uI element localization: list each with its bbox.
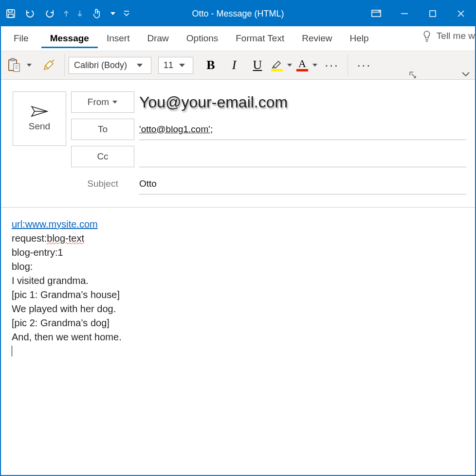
tab-help[interactable]: Help	[341, 30, 378, 47]
body-line-3: blog-entry:1	[12, 246, 464, 260]
from-label: From	[88, 97, 109, 107]
ribbon-display-options-button[interactable]	[362, 1, 390, 26]
chevron-down-icon	[112, 100, 118, 105]
paste-dropdown[interactable]	[24, 63, 34, 67]
to-field[interactable]: 'otto@blog1.com';	[139, 119, 466, 140]
cc-label: Cc	[97, 151, 108, 162]
svg-rect-1	[8, 10, 12, 12]
svg-rect-4	[430, 11, 436, 17]
message-header: Send From You@your-email.com To 'otto@bl…	[1, 80, 475, 208]
subject-label: Subject	[71, 173, 134, 194]
body-line-5: I visited grandma.	[12, 274, 464, 288]
font-color-swatch	[296, 69, 308, 71]
tab-message[interactable]: Message	[41, 30, 98, 48]
dialog-launcher-icon[interactable]	[409, 71, 417, 79]
from-button[interactable]: From	[71, 91, 134, 113]
to-suffix: ;	[210, 124, 213, 135]
separator	[348, 54, 348, 76]
lightbulb-icon	[422, 30, 432, 42]
svg-rect-6	[11, 58, 15, 61]
send-icon	[31, 106, 48, 117]
send-button[interactable]: Send	[13, 91, 66, 146]
tab-file[interactable]: File	[1, 30, 41, 47]
highlighter-icon	[272, 59, 282, 69]
font-color-letter: A	[298, 59, 306, 69]
bold-button[interactable]: B	[199, 54, 222, 76]
ribbon-tabs: File Message Insert Draw Options Format …	[1, 26, 475, 51]
tab-format-text[interactable]: Format Text	[227, 30, 293, 47]
font-color-dropdown[interactable]	[310, 63, 320, 67]
send-label: Send	[29, 121, 50, 132]
maximize-button[interactable]	[419, 1, 447, 26]
highlight-color-swatch	[271, 69, 283, 71]
format-painter-button[interactable]	[40, 55, 60, 75]
body-link[interactable]: url:www.mysite.com	[12, 219, 98, 229]
quick-access-toolbar	[1, 1, 133, 26]
ribbon-toolbar: Calibri (Body) 11 B I U A	[1, 51, 475, 80]
highlight-color-button[interactable]	[269, 54, 294, 76]
minimize-button[interactable]	[390, 1, 419, 26]
body-line-8: [pic 2: Grandma’s dog]	[12, 316, 464, 330]
tab-insert[interactable]: Insert	[98, 30, 139, 47]
tab-review[interactable]: Review	[293, 30, 341, 47]
cc-field[interactable]	[139, 146, 466, 167]
tab-draw[interactable]: Draw	[138, 30, 177, 47]
svg-rect-7	[14, 64, 19, 71]
separator	[64, 54, 65, 76]
close-button[interactable]	[447, 1, 475, 26]
body-line-7: We played with her dog.	[12, 302, 464, 316]
font-color-button[interactable]: A	[294, 54, 320, 76]
chevron-down-icon	[137, 63, 143, 68]
more-formatting-button[interactable]: ···	[320, 57, 344, 73]
tell-me-placeholder: Tell me w	[437, 31, 475, 41]
next-item-button[interactable]	[73, 1, 87, 26]
font-size-select[interactable]: 11	[158, 57, 193, 74]
undo-button[interactable]	[20, 1, 40, 26]
highlight-color-dropdown[interactable]	[285, 63, 294, 67]
collapse-ribbon-button[interactable]	[461, 71, 470, 77]
tell-me-search[interactable]: Tell me w	[416, 30, 475, 42]
svg-rect-2	[8, 14, 13, 18]
to-label: To	[98, 124, 108, 135]
chevron-down-icon	[179, 63, 185, 68]
save-button[interactable]	[1, 1, 20, 26]
cc-button[interactable]: Cc	[71, 146, 134, 167]
redo-button[interactable]	[40, 1, 59, 26]
touch-mode-dropdown[interactable]	[106, 1, 120, 26]
title-bar: Otto - Message (HTML)	[1, 1, 475, 26]
body-line-2a: request:	[12, 233, 47, 244]
to-button[interactable]: To	[71, 119, 134, 140]
body-line-2b: blog-text	[47, 233, 84, 244]
body-line-9: And, then we went home.	[12, 330, 464, 344]
window-controls	[362, 1, 475, 26]
tab-options[interactable]: Options	[178, 30, 227, 47]
subject-value: Otto	[139, 178, 157, 189]
font-name-value: Calibri (Body)	[74, 60, 127, 71]
subject-field[interactable]: Otto	[139, 173, 466, 194]
font-size-value: 11	[164, 60, 173, 71]
italic-button[interactable]: I	[222, 54, 246, 76]
qat-customize-button[interactable]	[120, 1, 133, 26]
more-commands-button[interactable]: ···	[352, 57, 376, 73]
from-value: You@your-email.com	[139, 91, 288, 113]
message-body[interactable]: url:www.mysite.com request:blog-text blo…	[1, 208, 475, 368]
paste-button[interactable]	[4, 55, 24, 75]
prev-item-button[interactable]	[59, 1, 73, 26]
underline-button[interactable]: U	[246, 54, 269, 76]
to-recipient[interactable]: 'otto@blog1.com'	[139, 124, 210, 135]
font-name-select[interactable]: Calibri (Body)	[69, 57, 151, 74]
body-line-6: [pic 1: Grandma’s house]	[12, 288, 464, 302]
text-cursor	[12, 346, 12, 356]
body-line-4: blog:	[12, 260, 464, 274]
touch-mode-button[interactable]	[87, 1, 106, 26]
